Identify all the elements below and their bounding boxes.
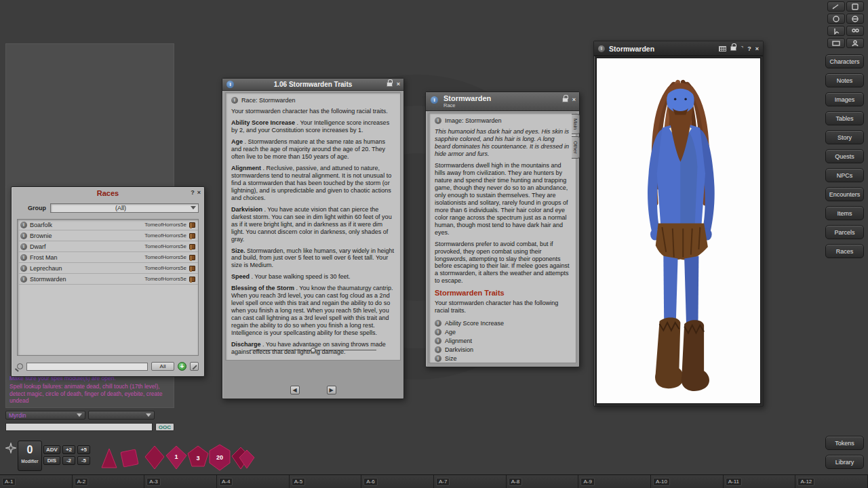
page-navigation: ◀ ▶ bbox=[222, 386, 403, 394]
dis-button[interactable]: DIS bbox=[43, 456, 60, 465]
group-dropdown[interactable]: (All) bbox=[50, 203, 199, 213]
hotkey-slot[interactable]: A-7 bbox=[434, 475, 507, 488]
lock-icon[interactable] bbox=[730, 46, 736, 51]
close-icon[interactable]: × bbox=[397, 81, 400, 87]
pencil-icon[interactable] bbox=[827, 1, 845, 12]
user-icon[interactable] bbox=[846, 38, 864, 48]
sidebar-button[interactable]: Quests bbox=[825, 149, 864, 163]
identity-dropdown[interactable]: Myrdin bbox=[5, 411, 85, 420]
die-d12-icon[interactable]: 3 bbox=[188, 446, 208, 466]
traits-window-titlebar[interactable]: 1.06 Stormwarden Traits × bbox=[222, 79, 403, 91]
minus5-button[interactable]: -5 bbox=[77, 456, 90, 465]
hotkey-slot[interactable]: A-10 bbox=[651, 475, 724, 488]
race-row[interactable]: Brownie TomeofHorrors5e bbox=[18, 230, 198, 241]
trait-link[interactable]: Alignment bbox=[435, 336, 570, 345]
trait-link[interactable]: Size bbox=[435, 354, 570, 363]
help-icon[interactable]: ? bbox=[191, 189, 195, 196]
token-icon[interactable] bbox=[827, 14, 845, 24]
hotkey-slot[interactable]: A-12 bbox=[795, 475, 868, 488]
trait-link[interactable]: Darkvision bbox=[435, 345, 570, 354]
edit-list-icon[interactable] bbox=[190, 362, 199, 371]
hotkey-slot[interactable]: A-2 bbox=[73, 475, 145, 488]
pointer-selection-icon[interactable] bbox=[5, 443, 16, 453]
slider-knob[interactable] bbox=[311, 348, 316, 353]
race-row[interactable]: Boarfolk TomeofHorrors5e bbox=[18, 220, 198, 230]
race-row[interactable]: Dwarf TomeofHorrors5e bbox=[18, 241, 198, 252]
sidebar-button[interactable]: Images bbox=[825, 92, 864, 106]
plus5-button[interactable]: +5 bbox=[77, 445, 90, 454]
die-d6-icon[interactable] bbox=[121, 449, 138, 467]
sidebar-button[interactable]: Notes bbox=[825, 73, 864, 87]
close-icon[interactable]: × bbox=[197, 189, 201, 196]
sidebar-button[interactable]: Parcels bbox=[825, 225, 864, 239]
trait-link[interactable]: Age bbox=[435, 327, 570, 336]
hotkey-slot[interactable]: A-3 bbox=[144, 475, 217, 488]
hotkey-slot[interactable]: A-6 bbox=[361, 475, 434, 488]
prev-page-button[interactable]: ◀ bbox=[290, 386, 300, 394]
trait-link[interactable]: Ability Score Increase bbox=[435, 319, 570, 327]
image-canvas[interactable] bbox=[596, 58, 761, 404]
race-record-titlebar[interactable]: Stormwarden Race × bbox=[426, 92, 579, 111]
help-icon[interactable]: ? bbox=[747, 45, 751, 52]
die-d8-icon[interactable] bbox=[145, 446, 164, 469]
races-window-title[interactable]: Races bbox=[12, 189, 204, 197]
die-d4-icon[interactable] bbox=[102, 449, 117, 468]
pin-icon[interactable]: ⌝ bbox=[741, 45, 743, 52]
race-row[interactable]: Leprechaun TomeofHorrors5e bbox=[18, 263, 198, 274]
sidebar-button[interactable]: Tokens bbox=[825, 436, 864, 450]
sidebar-button[interactable]: Items bbox=[825, 206, 864, 220]
info-icon bbox=[20, 254, 27, 261]
flavor-text: This humanoid has dark hair and eyes. Hi… bbox=[435, 128, 570, 158]
dice-icon[interactable] bbox=[846, 1, 864, 12]
image-link[interactable]: Image: Stormwarden bbox=[435, 117, 570, 124]
lock-icon[interactable] bbox=[562, 98, 568, 102]
grid-toggle-icon[interactable] bbox=[719, 46, 726, 52]
sidebar-button[interactable]: Races bbox=[825, 244, 864, 258]
sidebar-button[interactable]: Characters bbox=[825, 54, 864, 68]
trait-link[interactable]: Speed bbox=[435, 363, 570, 363]
pointer-icon[interactable] bbox=[827, 26, 845, 36]
race-row[interactable]: Stormwarden TomeofHorrors5e bbox=[18, 274, 198, 285]
sidebar-button[interactable]: Library bbox=[825, 455, 864, 469]
sidebar-button[interactable]: Story bbox=[825, 130, 864, 144]
close-icon[interactable]: × bbox=[572, 96, 576, 103]
party-icon[interactable] bbox=[846, 26, 864, 36]
record-tab[interactable]: Other bbox=[572, 136, 580, 159]
voice-dropdown[interactable] bbox=[88, 411, 155, 420]
globe-icon[interactable] bbox=[846, 14, 864, 24]
sidebar-button[interactable]: NPCs bbox=[825, 168, 864, 182]
add-record-button[interactable]: + bbox=[178, 362, 186, 371]
die-d10-icon[interactable]: 1 bbox=[166, 446, 186, 469]
ooc-button[interactable]: OOC bbox=[155, 423, 174, 431]
hotkey-label: A-4 bbox=[219, 478, 233, 486]
hotkey-slot[interactable]: A-11 bbox=[724, 475, 796, 488]
sidebar-button[interactable]: Tables bbox=[825, 111, 864, 125]
die-d20-icon[interactable]: 20 bbox=[210, 445, 230, 470]
chat-entry-row: OOC bbox=[5, 422, 174, 432]
record-tab[interactable]: Main bbox=[572, 114, 580, 134]
next-page-button[interactable]: ▶ bbox=[327, 386, 336, 394]
die-d100-icon[interactable] bbox=[232, 447, 254, 469]
hotkey-label: A-7 bbox=[436, 478, 450, 486]
sidebar-button[interactable]: Encounters bbox=[825, 187, 864, 201]
chat-input[interactable] bbox=[5, 423, 153, 431]
race-record-link[interactable]: Race: Stormwarden bbox=[231, 97, 395, 104]
filter-all-button[interactable]: All bbox=[151, 362, 174, 371]
close-icon[interactable]: × bbox=[755, 45, 759, 52]
hotkey-label: A-11 bbox=[726, 478, 742, 486]
hotkey-slot[interactable]: A-9 bbox=[578, 475, 651, 488]
lock-icon[interactable] bbox=[387, 82, 393, 87]
plus2-button[interactable]: +2 bbox=[62, 445, 75, 454]
image-window-titlebar[interactable]: Stormwarden ⌝ ? × bbox=[594, 41, 763, 56]
frame-icon[interactable] bbox=[827, 38, 845, 48]
hotkey-slot[interactable]: A-5 bbox=[290, 475, 362, 488]
adv-button[interactable]: ADV bbox=[43, 445, 60, 454]
race-filter-input[interactable] bbox=[26, 363, 148, 371]
race-row[interactable]: Frost Man TomeofHorrors5e bbox=[18, 252, 198, 263]
hotkey-slot[interactable]: A-1 bbox=[0, 475, 73, 488]
hotkey-slot[interactable]: A-4 bbox=[217, 475, 290, 488]
image-window-title: Stormwarden bbox=[609, 45, 715, 53]
minus2-button[interactable]: -2 bbox=[62, 456, 75, 465]
modifier-box[interactable]: 0 Modifier bbox=[18, 441, 42, 471]
hotkey-slot[interactable]: A-8 bbox=[507, 475, 579, 488]
